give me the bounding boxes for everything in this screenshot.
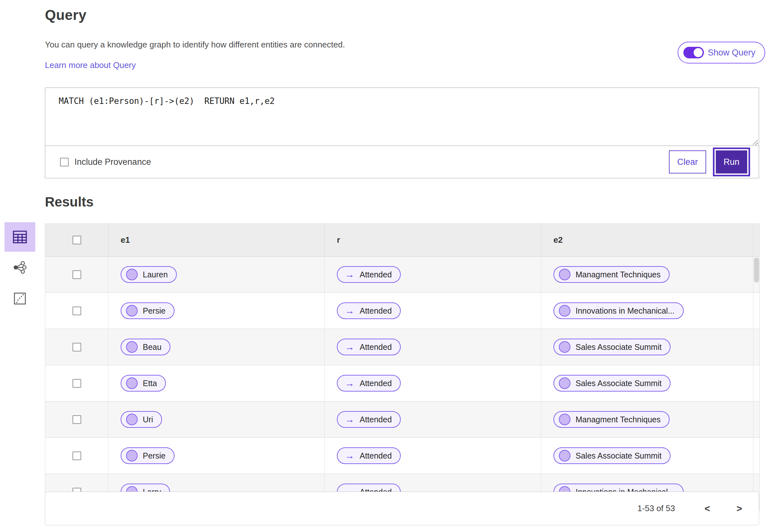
results-table: e1 r e2 Lauren → Attended Man [45,224,760,511]
e2-entity-label: Managment Techniques [576,415,661,424]
chevron-right-icon: > [736,503,742,514]
relation-label: Attended [359,306,392,316]
scrollbar-thumb[interactable] [754,258,759,283]
entity-label: Beau [143,342,161,352]
relation-pill[interactable]: → Attended [337,375,401,392]
e2-entity-label: Sales Associate Summit [576,451,662,460]
row-checkbox[interactable] [72,270,81,279]
arrow-right-icon: → [345,342,354,352]
entity-pill[interactable]: Uri [121,411,162,428]
entity-label: Persie [143,451,165,460]
arrow-right-icon: → [345,451,354,460]
row-checkbox[interactable] [72,379,81,388]
row-checkbox[interactable] [72,415,81,424]
relation-pill[interactable]: → Attended [337,266,401,283]
row-checkbox[interactable] [72,343,81,351]
table-row: Uri → Attended Managment Techniques [45,401,759,438]
e2-entity-label: Sales Associate Summit [576,342,662,352]
arrow-right-icon: → [345,270,354,279]
entity-label: Uri [143,415,153,424]
row-checkbox[interactable] [72,452,81,460]
entity-circle-icon [559,450,571,461]
e2-entity-label: Sales Associate Summit [576,379,662,388]
query-page: Query You can query a knowledge graph to… [0,0,770,532]
route-icon [13,292,26,305]
show-query-toggle[interactable]: Show Query [678,42,765,63]
table-row: Beau → Attended Sales Associate Summit [45,329,759,365]
run-button[interactable]: Run [716,150,747,173]
table-icon [13,230,27,244]
entity-circle-icon [126,269,138,280]
row-checkbox[interactable] [72,307,81,315]
column-header-e2: e2 [554,235,563,245]
table-row: Persie → Attended Innovations in Mechani… [45,293,759,329]
entity-pill[interactable]: Persie [121,447,174,464]
entity-pill[interactable]: Innovations in Mechanical... [554,302,684,319]
query-panel: MATCH (e1:Person)-[r]->(e2) RETURN e1,r,… [45,88,759,178]
relation-label: Attended [359,415,392,424]
entity-pill[interactable]: Sales Associate Summit [554,447,671,464]
relation-pill[interactable]: → Attended [337,447,401,464]
clear-button[interactable]: Clear [669,150,706,173]
entity-label: Persie [143,306,165,316]
pagination-range: 1-53 of 53 [638,503,675,513]
entity-pill[interactable]: Persie [121,302,174,319]
table-body: Lauren → Attended Managment Techniques [45,257,759,510]
path-view-button[interactable] [4,284,35,313]
table-view-button[interactable] [4,222,35,252]
show-query-label: Show Query [708,48,756,58]
graph-view-button[interactable] [4,253,35,283]
pagination-bar: 1-53 of 53 < > [45,492,759,525]
next-page-button[interactable]: > [733,501,745,516]
page-title: Query [45,7,87,23]
entity-pill[interactable]: Sales Associate Summit [554,375,671,392]
entity-circle-icon [126,414,138,425]
table-row: Etta → Attended Sales Associate Summit [45,365,759,401]
entity-circle-icon [559,341,571,353]
entity-label: Lauren [143,270,168,279]
entity-pill[interactable]: Managment Techniques [554,411,670,428]
entity-pill[interactable]: Etta [121,375,166,392]
toggle-on-icon[interactable] [683,47,704,58]
network-icon [13,261,27,275]
relation-label: Attended [359,342,392,352]
relation-pill[interactable]: → Attended [337,302,401,319]
table-row: Persie → Attended Sales Associate Summit [45,438,759,474]
chevron-left-icon: < [705,503,710,514]
relation-label: Attended [359,379,392,388]
select-all-checkbox[interactable] [72,236,81,244]
arrow-right-icon: → [345,415,354,424]
page-description: You can query a knowledge graph to ident… [45,40,345,50]
e2-entity-label: Managment Techniques [576,270,661,279]
table-scrollbar [753,224,759,510]
prev-page-button[interactable]: < [701,501,714,516]
relation-pill[interactable]: → Attended [337,411,401,428]
entity-pill[interactable]: Beau [121,339,170,355]
learn-more-link[interactable]: Learn more about Query [45,60,136,70]
view-switcher [4,222,35,313]
entity-circle-icon [126,377,138,389]
results-title: Results [45,194,94,210]
entity-pill[interactable]: Managment Techniques [554,266,670,283]
column-header-r: r [337,235,340,245]
entity-circle-icon [559,305,571,317]
relation-label: Attended [359,451,392,460]
entity-circle-icon [126,450,138,461]
entity-pill[interactable]: Lauren [121,266,177,283]
arrow-right-icon: → [345,378,354,388]
e2-entity-label: Innovations in Mechanical... [576,306,675,316]
table-row: Lauren → Attended Managment Techniques [45,257,759,293]
column-header-e1: e1 [121,235,130,245]
entity-label: Etta [143,379,157,388]
toggle-knob [694,48,703,57]
relation-pill[interactable]: → Attended [337,339,401,355]
entity-circle-icon [126,341,138,353]
query-footer: Include Provenance Clear Run [45,146,759,178]
arrow-right-icon: → [345,306,354,316]
query-input[interactable]: MATCH (e1:Person)-[r]->(e2) RETURN e1,r,… [45,88,759,146]
entity-circle-icon [559,269,571,280]
include-provenance-checkbox[interactable] [60,158,69,166]
include-provenance-label: Include Provenance [74,157,151,167]
entity-circle-icon [126,305,138,317]
entity-pill[interactable]: Sales Associate Summit [554,339,671,355]
